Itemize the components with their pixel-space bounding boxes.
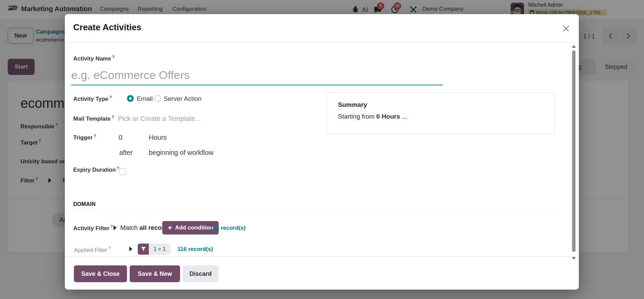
trigger-position-select[interactable]: after — [119, 149, 133, 157]
app-window: Marketing Automation Campaigns Reporting… — [0, 0, 644, 299]
plus-icon — [168, 225, 172, 230]
activity-filter-label: Activity Filter? — [73, 224, 113, 232]
expiry-duration-checkbox[interactable] — [119, 168, 126, 175]
activity-name-input[interactable] — [71, 65, 443, 85]
footer-divider — [65, 256, 579, 257]
activity-filter-caret-icon[interactable] — [114, 225, 117, 230]
applied-filter-label: Applied Filter? — [74, 246, 111, 254]
activity-filter-records-link[interactable]: 116 record(s) — [210, 225, 246, 231]
applied-filter-expression: 1 = 1 — [149, 244, 170, 255]
scrollbar-thumb[interactable] — [572, 50, 575, 252]
radio-email[interactable] — [127, 95, 134, 102]
radio-server-action-label[interactable]: Server Action — [164, 95, 202, 102]
close-icon[interactable] — [560, 23, 572, 34]
funnel-icon — [138, 244, 149, 255]
scroll-down-arrow-icon[interactable] — [572, 257, 576, 260]
summary-title: Summary — [338, 101, 367, 109]
domain-section-title: DOMAIN — [73, 201, 96, 207]
scroll-up-arrow-icon[interactable] — [572, 45, 576, 48]
applied-filter-badge[interactable]: 1 = 1 — [138, 244, 170, 255]
mail-template-label: Mail Template? — [73, 115, 114, 122]
expiry-duration-label: Expiry Duration? — [73, 166, 119, 173]
mail-template-input[interactable] — [118, 115, 262, 123]
help-icon[interactable]: ? — [112, 115, 114, 120]
modal-header: Create Activities — [65, 14, 579, 43]
help-icon[interactable]: ? — [117, 166, 119, 171]
save-close-button[interactable]: Save & Close — [74, 265, 127, 282]
trigger-reference-select[interactable]: beginning of workflow — [149, 149, 213, 157]
trigger-value-input[interactable] — [119, 134, 142, 141]
help-icon[interactable]: ? — [112, 55, 114, 59]
activity-type-label: Activity Type? — [73, 95, 112, 102]
applied-filter-caret-icon[interactable] — [129, 247, 132, 251]
activity-name-label: Activity Name? — [73, 55, 115, 62]
domain-divider — [73, 210, 555, 210]
modal-scrollbar[interactable] — [571, 44, 576, 260]
summary-box: Summary Starting from 0 Hours ... — [327, 92, 555, 134]
help-icon[interactable]: ? — [110, 95, 112, 100]
trigger-unit-select[interactable]: Hours — [149, 134, 167, 141]
help-icon[interactable]: ? — [111, 224, 113, 229]
radio-email-label[interactable]: Email — [137, 95, 153, 102]
save-new-button[interactable]: Save & New — [130, 265, 180, 282]
modal-title: Create Activities — [73, 22, 141, 33]
applied-filter-records-link[interactable]: 116 record(s) — [177, 246, 213, 253]
radio-server-action[interactable] — [154, 95, 161, 102]
help-icon[interactable]: ? — [94, 134, 96, 138]
trigger-label: Trigger? — [73, 134, 96, 141]
discard-button[interactable]: Discard — [183, 265, 218, 282]
create-activities-modal: Create Activities Activity Name? Activit… — [65, 14, 579, 290]
summary-text: Starting from 0 Hours ... — [338, 113, 407, 120]
help-icon[interactable]: ? — [108, 246, 111, 251]
